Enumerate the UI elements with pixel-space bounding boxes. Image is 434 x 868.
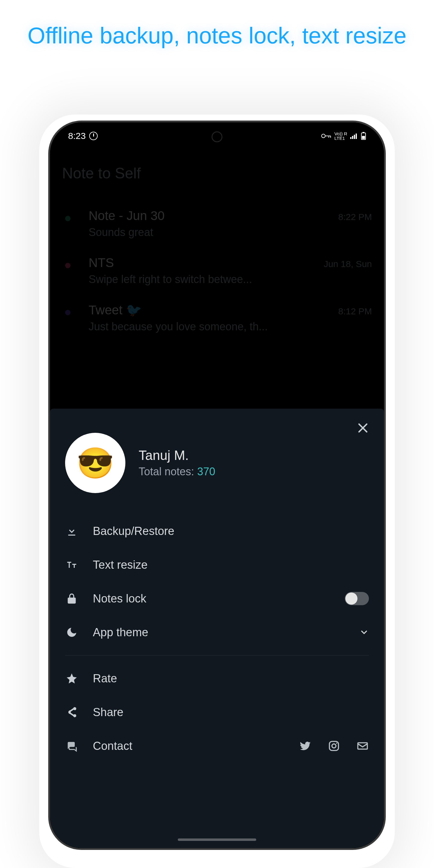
twitter-icon[interactable] [299, 740, 312, 752]
note-color-dot [65, 263, 70, 268]
instagram-icon[interactable] [328, 740, 340, 752]
avatar: 😎 [65, 433, 125, 493]
marketing-headline: Offline backup, notes lock, text resize [0, 0, 434, 50]
note-color-dot [65, 216, 70, 221]
lock-icon [65, 592, 79, 605]
clock-icon [89, 132, 98, 140]
settings-bottom-sheet: 😎 Tanuj M. Total notes: 370 Backup/Resto… [50, 409, 384, 848]
svg-rect-6 [363, 132, 364, 133]
menu-label: Backup/Restore [93, 525, 369, 538]
mail-icon[interactable] [356, 740, 369, 752]
backup-restore-button[interactable]: Backup/Restore [65, 514, 369, 548]
app-title: Note to Self [62, 164, 372, 182]
note-snippet: Sounds great [89, 226, 372, 239]
svg-rect-4 [355, 133, 357, 139]
note-snippet: Swipe left right to switch betwee... [89, 273, 372, 286]
svg-point-10 [336, 743, 337, 744]
status-time: 8:23 [68, 131, 86, 141]
note-title: Tweet 🐦 [89, 303, 142, 317]
notes-lock-row[interactable]: Notes lock [65, 582, 369, 615]
note-time: 8:12 PM [338, 306, 372, 316]
vpn-key-icon [321, 133, 331, 139]
note-row[interactable]: Note - Jun 30 8:22 PM Sounds great [62, 200, 372, 247]
note-row[interactable]: NTS Jun 18, Sun Swipe left right to swit… [62, 247, 372, 294]
rate-button[interactable]: Rate [65, 661, 369, 695]
star-icon [65, 672, 79, 685]
text-resize-button[interactable]: Text resize [65, 548, 369, 582]
chat-icon [65, 739, 79, 752]
note-color-dot [65, 310, 70, 315]
moon-icon [65, 626, 79, 639]
svg-rect-7 [362, 136, 365, 139]
note-snippet: Just because you love someone, th... [89, 320, 372, 333]
download-icon [65, 524, 79, 538]
battery-icon [361, 132, 366, 140]
text-size-icon [65, 558, 79, 571]
lte-indicator: Vo)) R LTE1 [334, 131, 347, 141]
camera-notch [212, 131, 222, 142]
profile-header: 😎 Tanuj M. Total notes: 370 [65, 433, 369, 493]
status-right: Vo)) R LTE1 [321, 131, 366, 141]
app-theme-button[interactable]: App theme [65, 615, 369, 649]
share-icon [65, 706, 79, 719]
notes-lock-toggle[interactable] [345, 592, 369, 605]
phone-side-button [384, 391, 386, 481]
note-title: NTS [89, 255, 114, 270]
menu-label: App theme [93, 626, 345, 639]
app-main-dimmed: Note to Self Note - Jun 30 8:22 PM Sound… [50, 153, 384, 341]
signal-icon [350, 133, 358, 139]
chevron-down-icon [359, 627, 369, 637]
close-icon[interactable] [356, 421, 370, 435]
note-time: Jun 18, Sun [324, 259, 372, 269]
phone-side-button [384, 327, 386, 378]
note-title: Note - Jun 30 [89, 209, 164, 223]
screen: 8:23 Vo)) R LTE1 [50, 122, 384, 848]
svg-rect-1 [350, 137, 351, 139]
svg-point-0 [321, 134, 325, 138]
menu-label: Contact [93, 740, 284, 752]
menu-label: Rate [93, 672, 369, 685]
menu-label: Share [93, 706, 369, 719]
profile-name: Tanuj M. [138, 448, 215, 463]
contact-row: Contact [65, 729, 369, 763]
note-row[interactable]: Tweet 🐦 8:12 PM Just because you love so… [62, 294, 372, 341]
menu-label: Notes lock [93, 592, 330, 605]
gesture-bar [178, 838, 256, 841]
menu-label: Text resize [93, 558, 369, 571]
share-button[interactable]: Share [65, 695, 369, 729]
svg-rect-3 [354, 135, 355, 139]
phone-frame: 8:23 Vo)) R LTE1 [48, 121, 386, 850]
note-time: 8:22 PM [338, 212, 372, 222]
profile-notes-count: Total notes: 370 [138, 465, 215, 478]
status-left: 8:23 [68, 131, 98, 141]
svg-rect-2 [352, 136, 353, 139]
svg-point-9 [332, 744, 336, 748]
